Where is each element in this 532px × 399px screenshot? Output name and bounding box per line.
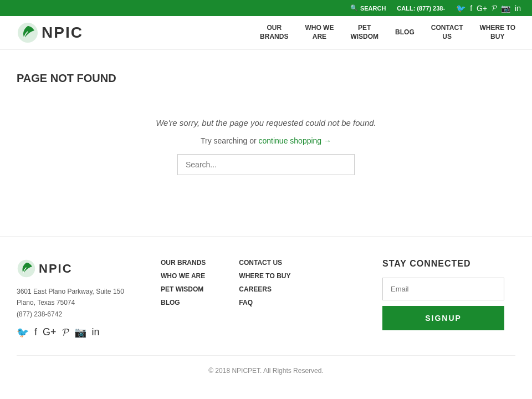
try-searching-prefix: Try searching or [201,136,259,145]
footer-phone: (877) 238-6742 [17,309,139,320]
footer-googleplus-icon[interactable]: G+ [43,326,57,339]
nav-where-to-buy[interactable]: WHERE TOBUY [480,24,515,41]
search-container [17,154,515,175]
googleplus-icon[interactable]: G+ [477,4,487,13]
email-input[interactable] [382,278,504,300]
top-bar: 🔍 SEARCH CALL: (877) 238- 🐦 f G+ 𝓟 📷 in [0,0,532,16]
logo-leaf-icon [17,22,39,44]
nav-contact-us[interactable]: CONTACTUS [431,24,463,41]
footer-logo[interactable]: NPIC [17,259,139,278]
search-button[interactable]: 🔍 SEARCH [350,4,386,12]
search-icon: 🔍 [350,4,358,12]
footer-main: NPIC 3601 East Plano Parkway, Suite 150 … [17,259,515,339]
pinterest-icon[interactable]: 𝓟 [492,3,497,13]
page-title: PAGE NOT FOUND [17,72,515,85]
footer-link-blog[interactable]: BLOG [161,299,206,306]
footer-facebook-icon[interactable]: f [34,326,37,339]
nav-blog[interactable]: BLOG [395,28,415,37]
footer-link-who-we-are[interactable]: WHO WE ARE [161,272,206,280]
stay-connected-title: STAY CONNECTED [382,259,471,269]
facebook-icon[interactable]: f [470,4,472,13]
continue-shopping-link[interactable]: continue shopping → [258,136,331,145]
footer-link-where-to-buy[interactable]: WHERE TO BUY [239,272,290,280]
footer-link-careers[interactable]: CAREERS [239,285,290,293]
footer-col-2: CONTACT US WHERE TO BUY CAREERS FAQ [239,259,290,339]
signup-button[interactable]: SIGNUP [382,306,504,330]
footer-pinterest-icon[interactable]: 𝓟 [62,326,69,339]
instagram-icon[interactable]: 📷 [501,4,510,13]
header: NPIC OURBRANDS WHO WEARE PETWISDOM BLOG … [0,16,532,50]
error-message: We're sorry, but the page you requested … [17,118,515,127]
footer-link-our-brands[interactable]: OUR BRANDS [161,259,206,267]
social-links: 🐦 f G+ 𝓟 📷 in [456,3,521,13]
footer-logo-leaf-icon [17,259,36,278]
footer-linkedin-icon[interactable]: in [92,326,100,339]
search-input[interactable] [177,154,355,175]
footer-instagram-icon[interactable]: 📷 [74,326,86,339]
footer-link-faq[interactable]: FAQ [239,299,290,306]
footer-logo-text: NPIC [39,262,73,276]
nav-who-we-are[interactable]: WHO WEARE [305,24,334,41]
nav-pet-wisdom[interactable]: PETWISDOM [350,24,378,41]
phone-number: CALL: (877) 238- [397,5,445,12]
address-line1: 3601 East Plano Parkway, Suite 150 [17,286,139,297]
footer-address: 3601 East Plano Parkway, Suite 150 Plano… [17,286,139,320]
address-line2: Plano, Texas 75074 [17,297,139,308]
search-label: SEARCH [360,5,386,12]
stay-connected: STAY CONNECTED SIGNUP [382,259,515,339]
twitter-icon[interactable]: 🐦 [456,4,466,13]
footer-twitter-icon[interactable]: 🐦 [17,326,29,339]
footer-brand: NPIC 3601 East Plano Parkway, Suite 150 … [17,259,139,339]
try-searching-text: Try searching or continue shopping → [17,136,515,145]
footer-links: OUR BRANDS WHO WE ARE PET WISDOM BLOG CO… [161,259,360,339]
logo-text: NPIC [42,24,83,42]
main-nav: OURBRANDS WHO WEARE PETWISDOM BLOG CONTA… [105,24,515,41]
nav-our-brands[interactable]: OURBRANDS [260,24,288,41]
main-content: PAGE NOT FOUND We're sorry, but the page… [0,50,532,236]
footer-copyright: © 2018 NPICPET. All Rights Reserved. [17,355,515,375]
footer: NPIC 3601 East Plano Parkway, Suite 150 … [0,236,532,386]
footer-link-contact-us[interactable]: CONTACT US [239,259,290,267]
footer-col-1: OUR BRANDS WHO WE ARE PET WISDOM BLOG [161,259,206,339]
footer-link-pet-wisdom[interactable]: PET WISDOM [161,285,206,293]
logo[interactable]: NPIC [17,22,83,44]
footer-socials: 🐦 f G+ 𝓟 📷 in [17,326,139,339]
linkedin-icon[interactable]: in [515,4,521,13]
